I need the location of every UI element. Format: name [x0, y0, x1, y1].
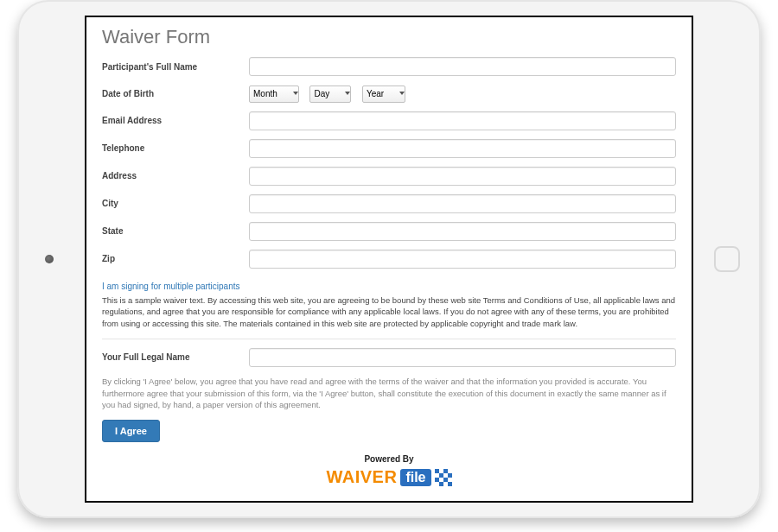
svg-rect-6: [439, 482, 443, 486]
row-zip: Zip: [102, 250, 676, 269]
label-city: City: [102, 199, 249, 208]
select-dob-day[interactable]: Day: [309, 86, 351, 103]
powered-by-label: Powered By: [102, 454, 676, 464]
select-dob-year[interactable]: Year: [362, 86, 405, 103]
waiverfile-logo: WAIVER file: [326, 467, 451, 487]
label-zip: Zip: [102, 254, 249, 263]
waiver-text: This is a sample waiver text. By accessi…: [102, 294, 676, 330]
tablet-home-button[interactable]: [714, 246, 740, 272]
row-full-name: Participant's Full Name: [102, 57, 676, 76]
row-address: Address: [102, 167, 676, 186]
input-address[interactable]: [249, 167, 676, 186]
label-state: State: [102, 226, 249, 236]
app-screen: Waiver Form Participant's Full Name Date…: [85, 16, 693, 503]
input-full-name[interactable]: [249, 57, 676, 76]
link-multiple-participants[interactable]: I am signing for multiple participants: [102, 282, 240, 291]
label-dob: Date of Birth: [102, 89, 249, 98]
logo-text-file: file: [400, 469, 430, 486]
svg-rect-2: [439, 473, 443, 478]
row-state: State: [102, 222, 676, 241]
label-legal-name: Your Full Legal Name: [102, 352, 249, 362]
input-email[interactable]: [249, 111, 676, 130]
logo-checker-icon: [435, 469, 452, 486]
divider: [102, 339, 676, 339]
page-title: Waiver Form: [102, 26, 676, 48]
svg-rect-5: [443, 478, 448, 482]
footer: Powered By WAIVER file: [102, 454, 676, 487]
svg-rect-1: [443, 469, 448, 473]
select-dob-month[interactable]: Month: [249, 86, 299, 103]
label-full-name: Participant's Full Name: [102, 62, 249, 72]
svg-rect-3: [448, 473, 452, 478]
svg-rect-4: [435, 478, 439, 482]
tablet-camera-icon: [45, 255, 54, 263]
label-address: Address: [102, 171, 249, 180]
tablet-frame: Waiver Form Participant's Full Name Date…: [17, 0, 761, 518]
agree-button[interactable]: I Agree: [102, 420, 160, 442]
input-state[interactable]: [249, 222, 676, 241]
row-telephone: Telephone: [102, 139, 676, 158]
agreement-text: By clicking 'I Agree' below, you agree t…: [102, 376, 676, 411]
input-city[interactable]: [249, 194, 676, 213]
row-city: City: [102, 194, 676, 213]
label-email: Email Address: [102, 116, 249, 125]
svg-rect-7: [448, 482, 452, 486]
input-telephone[interactable]: [249, 139, 676, 158]
row-legal-name: Your Full Legal Name: [102, 348, 676, 367]
row-dob: Date of Birth Month Day Year: [102, 85, 676, 103]
input-legal-name[interactable]: [249, 348, 676, 367]
label-telephone: Telephone: [102, 143, 249, 153]
input-zip[interactable]: [249, 250, 676, 269]
row-email: Email Address: [102, 111, 676, 130]
logo-text-waiver: WAIVER: [326, 467, 397, 487]
svg-rect-0: [435, 469, 439, 473]
